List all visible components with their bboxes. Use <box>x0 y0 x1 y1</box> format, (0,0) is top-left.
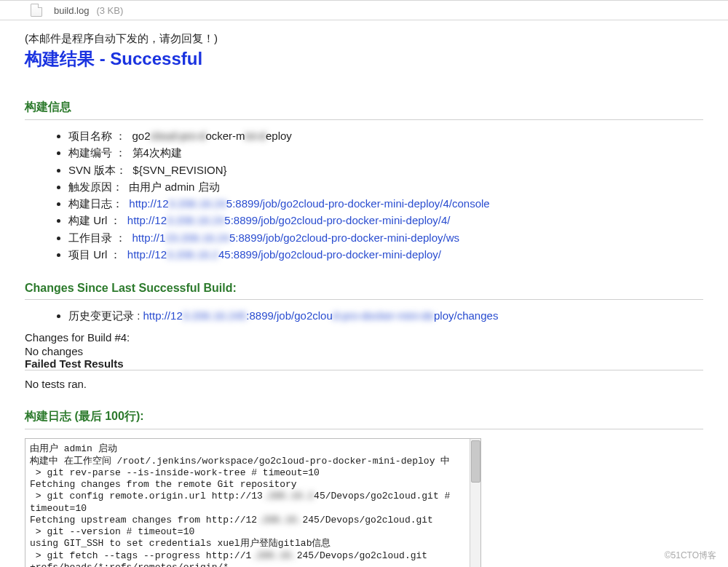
no-changes-text: No changes <box>25 345 703 357</box>
list-item: 构建日志： http://123.206.16.245:8899/job/go2… <box>68 195 703 212</box>
changes-for-build: Changes for Build #4: <box>25 331 703 344</box>
list-item: 项目 Url ： http://123.206.16.245:8899/job/… <box>68 246 703 263</box>
list-item: 项目名称 ： go2cloud-pro-docker-mini-deploy <box>68 127 703 144</box>
value-project-name: go2cloud-pro-docker-mini-deploy <box>132 130 292 142</box>
build-log-viewport: 由用户 admin 启动 构建中 在工作空间 /root/.jenkins/wo… <box>25 438 481 567</box>
auto-reply-note: (本邮件是程序自动下发的，请勿回复！) <box>25 32 703 46</box>
list-item: SVN 版本： ${SVN_REVISION} <box>68 162 703 178</box>
watermark-text: ©51CTO博客 <box>660 549 721 563</box>
label-history: 历史变更记录 : <box>68 309 140 322</box>
scrollbar-thumb[interactable] <box>471 440 480 483</box>
divider <box>25 119 703 120</box>
label-project-url: 项目 Url ： <box>68 248 122 261</box>
scrollbar-vertical[interactable] <box>470 439 480 567</box>
divider <box>25 299 703 300</box>
changes-list: 历史变更记录 : http://123.206.16.245:8899/job/… <box>25 307 703 324</box>
build-result-title: 构建结果 - Successful <box>25 47 703 71</box>
label-trigger: 触发原因： <box>68 181 123 193</box>
value-trigger: 由用户 admin 启动 <box>129 181 219 193</box>
label-project-name: 项目名称 ： <box>68 130 126 142</box>
section-changes: Changes Since Last Successful Build: <box>25 282 703 295</box>
list-item: 历史变更记录 : http://123.206.16.245:8899/job/… <box>68 307 703 324</box>
file-icon <box>31 4 42 17</box>
list-item: 构建编号 ： 第4次构建 <box>68 144 703 161</box>
divider <box>25 370 703 370</box>
build-log-content[interactable]: 由用户 admin 启动 构建中 在工作空间 /root/.jenkins/wo… <box>25 439 470 567</box>
link-project-url[interactable]: http://123.206.16.245:8899/job/go2cloud-… <box>127 248 441 261</box>
attachment-filename[interactable]: build.log <box>54 5 89 16</box>
section-build-log-tail: 构建日志 (最后 100行): <box>25 409 703 424</box>
no-tests-text: No tests ran. <box>25 378 703 390</box>
build-info-list: 项目名称 ： go2cloud-pro-docker-mini-deploy 构… <box>25 127 703 263</box>
link-build-url[interactable]: http://123.206.16.245:8899/job/go2cloud-… <box>127 214 451 226</box>
label-build-log: 构建日志： <box>68 197 123 210</box>
value-build-number: 第4次构建 <box>132 146 182 159</box>
label-build-url: 构建 Url ： <box>68 214 122 226</box>
label-svn-rev: SVN 版本： <box>68 164 127 176</box>
link-work-dir[interactable]: http://123.206.16.245:8899/job/go2cloud-… <box>132 231 459 244</box>
value-svn-rev: ${SVN_REVISION} <box>132 164 226 176</box>
list-item: 构建 Url ： http://123.206.16.245:8899/job/… <box>68 212 703 229</box>
link-history[interactable]: http://123.206.16.245:8899/job/go2cloud-… <box>143 309 499 322</box>
email-body: (本邮件是程序自动下发的，请勿回复！) 构建结果 - Successful 构建… <box>0 20 728 567</box>
label-build-number: 构建编号 ： <box>68 146 126 159</box>
section-failed-tests: Failed Test Results <box>25 357 703 370</box>
attachment-bar: build.log (3 KB) <box>0 0 728 20</box>
attachment-filesize: (3 KB) <box>96 5 123 16</box>
section-build-info: 构建信息 <box>25 100 703 115</box>
list-item: 工作目录 ： http://123.206.16.245:8899/job/go… <box>68 229 703 246</box>
label-work-dir: 工作目录 ： <box>68 231 126 244</box>
link-build-log[interactable]: http://123.206.16.245:8899/job/go2cloud-… <box>129 197 489 210</box>
list-item: 触发原因： 由用户 admin 启动 <box>68 178 703 195</box>
divider <box>25 429 703 429</box>
